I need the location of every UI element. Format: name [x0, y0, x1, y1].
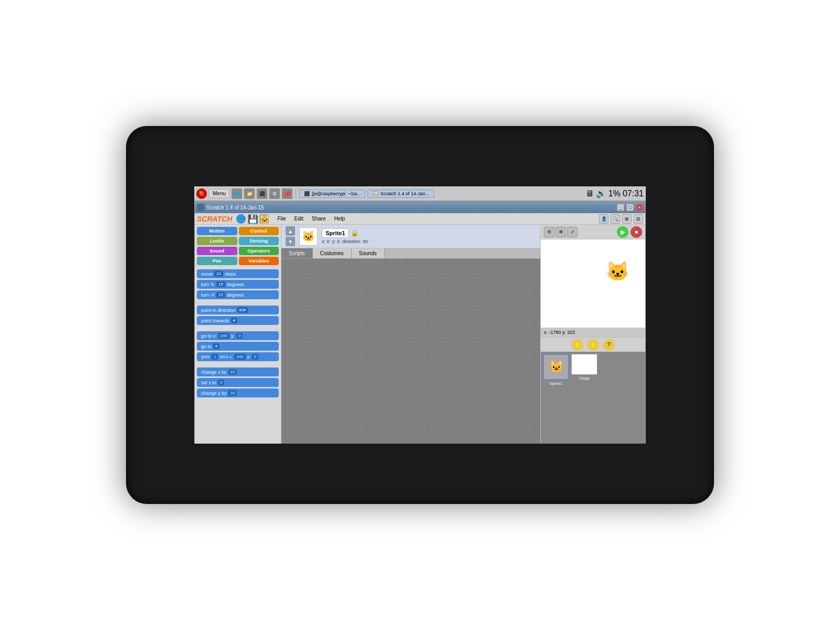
- scripts-area: ▲ ▼ 🐱 Sprite1 🔒 x: 0 y:: [281, 225, 540, 444]
- nav-up-btn[interactable]: ▲: [286, 226, 295, 236]
- sprite-tray: 🐱 Sprite1 Stage: [541, 352, 645, 444]
- tab-sounds[interactable]: Sounds: [352, 248, 385, 258]
- screen: 🍓 Menu 🌐 📁 ⬛ ⚙ 🔴 ⬛ [pi@raspberrypi: ~/sa…: [194, 186, 646, 444]
- block-turn-left[interactable]: turn ↺ 15 degrees: [197, 290, 279, 299]
- window-titlebar: Scratch 1.4 of 14-Jan-15 _ □ ×: [195, 202, 645, 213]
- category-looks[interactable]: Looks: [197, 237, 237, 245]
- category-sensing[interactable]: Sensing: [239, 237, 279, 245]
- blocks-categories: Motion Control Looks Sensing Sound Opera…: [195, 225, 281, 267]
- stage-controls: ⊟ ⊞ ⤢ ▶ ■: [541, 225, 645, 239]
- window-maximize-btn[interactable]: □: [626, 204, 634, 211]
- category-control[interactable]: Control: [239, 227, 279, 235]
- battery-label: 1%: [608, 189, 621, 198]
- category-sound[interactable]: Sound: [197, 247, 237, 255]
- sprite1-label: Sprite1: [549, 381, 562, 386]
- help-menu[interactable]: Help: [330, 215, 349, 223]
- scratch-logo: SCRATCH: [197, 215, 232, 223]
- tabs: Scripts Costumes Sounds: [281, 248, 540, 259]
- clock: 07:31: [623, 189, 644, 198]
- sprite-item-sprite1[interactable]: 🐱 Sprite1: [543, 354, 569, 386]
- category-operators[interactable]: Operators: [239, 247, 279, 255]
- sprite-help-btn[interactable]: ?: [603, 339, 615, 351]
- volume-icon[interactable]: 🔊: [596, 188, 606, 198]
- zoom-in-icon[interactable]: 🔍: [611, 214, 620, 224]
- share-menu[interactable]: Share: [308, 215, 330, 223]
- category-variables[interactable]: Variables: [239, 257, 279, 265]
- green-flag-btn[interactable]: ▶: [617, 226, 628, 238]
- block-set-x[interactable]: set x to 0: [197, 378, 279, 387]
- sprite-header: ▲ ▼ 🐱 Sprite1 🔒 x: 0 y:: [281, 225, 540, 248]
- save-icon[interactable]: 💾: [248, 214, 257, 224]
- sprite-star-btn[interactable]: ⭐: [572, 339, 583, 351]
- block-glide[interactable]: glide 1 secs x: 240 y: 0: [197, 352, 279, 361]
- small-stage-btn[interactable]: ⊟: [544, 227, 554, 237]
- globe-icon[interactable]: 🌐: [236, 214, 246, 224]
- block-point-towards[interactable]: point towards ▾: [197, 316, 279, 325]
- stage-label: Stage: [579, 376, 590, 381]
- window-icon: [197, 204, 204, 211]
- stop-btn[interactable]: ■: [631, 226, 642, 238]
- person-icon[interactable]: 👤: [599, 214, 608, 224]
- block-goto[interactable]: go to ▾: [197, 342, 279, 351]
- window-close-btn[interactable]: ×: [636, 204, 643, 211]
- window-minimize-btn[interactable]: _: [617, 204, 624, 211]
- stage-panel: ⊟ ⊞ ⤢ ▶ ■ 🐱 x: -1780 y: 322: [540, 225, 645, 444]
- tab-scripts[interactable]: Scripts: [281, 248, 313, 258]
- stage-coords: x: -1780 y: 322: [541, 328, 645, 337]
- stage-cat-sprite: 🐱: [606, 260, 629, 282]
- file-menu[interactable]: File: [273, 215, 290, 223]
- network-icon: 🖥: [585, 189, 594, 198]
- terminal-window-icon: ⬛: [304, 191, 310, 196]
- menu-right: 👤 🔍 ⊞ ⊟: [599, 214, 643, 224]
- normal-stage-btn[interactable]: ⊞: [555, 227, 566, 237]
- terminal-icon[interactable]: ⬛: [257, 188, 267, 199]
- terminal-window-btn[interactable]: ⬛ [pi@raspberrypi: ~/sa...: [299, 190, 365, 198]
- blocks-list: move 10 steps turn ↻ 15 degrees turn ↺ 1…: [195, 267, 281, 444]
- browser-icon[interactable]: 🌐: [232, 188, 242, 199]
- stage-display: 🐱: [541, 239, 645, 328]
- device-frame: 🍓 Menu 🌐 📁 ⬛ ⚙ 🔴 ⬛ [pi@raspberrypi: ~/sa…: [126, 126, 714, 504]
- tab-costumes[interactable]: Costumes: [313, 248, 352, 258]
- scratch-window-label: Scratch 1.4 of 14-Jan...: [380, 191, 429, 196]
- window-title: Scratch 1.4 of 14-Jan-15: [206, 205, 615, 211]
- scratch-window: Scratch 1.4 of 14-Jan-15 _ □ × SCRATCH 🌐…: [194, 201, 646, 444]
- scratch-window-btn[interactable]: 🪟 Scratch 1.4 of 14-Jan...: [368, 190, 434, 198]
- taskbar: 🍓 Menu 🌐 📁 ⬛ ⚙ 🔴 ⬛ [pi@raspberrypi: ~/sa…: [194, 186, 646, 201]
- menu-button[interactable]: Menu: [209, 189, 229, 198]
- stage-item[interactable]: Stage: [571, 354, 597, 381]
- category-pen[interactable]: Pen: [197, 257, 237, 265]
- scratch-window-icon: 🪟: [372, 191, 378, 196]
- block-change-x[interactable]: change x by 10: [197, 368, 279, 376]
- separator: [296, 189, 296, 198]
- script-canvas[interactable]: [281, 259, 540, 444]
- sprite-thumbnail: 🐱: [299, 227, 318, 246]
- nav-down-btn[interactable]: ▼: [286, 237, 295, 246]
- settings-icon[interactable]: ⚙: [269, 188, 280, 199]
- taskbar-right: 🖥 🔊 1% 07:31: [585, 188, 644, 198]
- sprite-tray-controls: ⭐ 🌟 ?: [541, 337, 645, 352]
- presentation-icon[interactable]: ⊟: [634, 214, 643, 224]
- block-point-direction[interactable]: point in direction 90▾: [197, 306, 279, 314]
- menu-icons: 🌐 💾 🐱: [236, 214, 269, 224]
- files-icon[interactable]: 📁: [244, 188, 255, 199]
- sprite-name[interactable]: Sprite1: [322, 228, 349, 238]
- edit-menu[interactable]: Edit: [290, 215, 308, 223]
- block-turn-right[interactable]: turn ↻ 15 degrees: [197, 280, 279, 289]
- stage-thumb[interactable]: [571, 354, 597, 375]
- menubar: SCRATCH 🌐 💾 🐱 File Edit Share Help 👤 🔍 ⊞…: [195, 213, 645, 225]
- stage-view-buttons: ⊟ ⊞ ⤢: [544, 227, 578, 237]
- sprite1-thumb[interactable]: 🐱: [543, 354, 569, 380]
- lock-icon[interactable]: 🔒: [351, 229, 359, 237]
- category-motion[interactable]: Motion: [197, 227, 237, 235]
- sprite-coords: x: 0 y: 0 direction: 90: [322, 239, 368, 244]
- block-goto-xy[interactable]: go to x: 240 y: 0: [197, 331, 279, 340]
- zoom-out-icon[interactable]: ⊞: [622, 214, 632, 224]
- sprite-star2-btn[interactable]: 🌟: [587, 339, 599, 351]
- cat-icon[interactable]: 🐱: [259, 214, 269, 224]
- raspberry-icon[interactable]: 🍓: [196, 188, 207, 199]
- blocks-panel: Motion Control Looks Sensing Sound Opera…: [195, 225, 281, 444]
- wolfram-icon[interactable]: 🔴: [282, 188, 292, 199]
- fullscreen-btn[interactable]: ⤢: [567, 227, 578, 237]
- block-change-y[interactable]: change y by 10: [197, 388, 279, 397]
- block-move[interactable]: move 10 steps: [197, 269, 279, 278]
